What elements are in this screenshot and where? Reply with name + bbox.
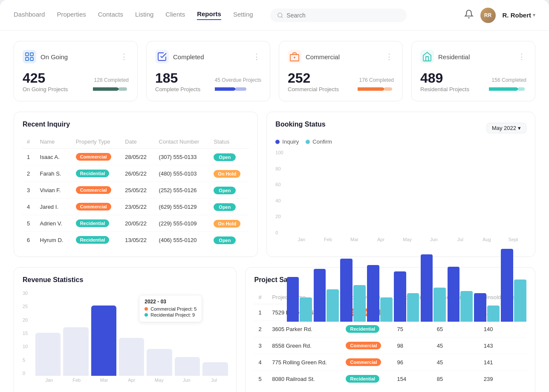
legend-dot	[306, 140, 310, 144]
top-navigation: DashboardPropertiesContactsListingClient…	[0, 0, 549, 31]
stat-title-completed: Completed	[155, 50, 204, 63]
table-row: 4 Jared I. Commercial 23/05/22 (629) 555…	[23, 199, 249, 215]
svg-rect-11	[384, 87, 392, 91]
sales-table-row: 4 775 Rolling Green Rd. Commercial 96 45…	[254, 354, 526, 371]
booking-bar-group-1	[314, 269, 339, 322]
revenue-bar-2	[91, 306, 116, 376]
avatar: RR	[480, 8, 496, 23]
revenue-bar-6	[202, 362, 228, 376]
nav-item-clients[interactable]: Clients	[165, 11, 185, 20]
booking-bar-group-3	[367, 265, 393, 322]
revenue-bar-1	[63, 327, 88, 376]
stat-card-completed: Completed ⋮ 185 Complete Projects 45 Ove…	[146, 41, 270, 101]
user-menu[interactable]: R. Robert ▾	[503, 12, 536, 19]
revenue-statistics-card: Revenue Statistics 2022 - 03Commercial P…	[14, 267, 237, 392]
booking-bar-group-0	[287, 277, 312, 322]
progress-bar-completed	[215, 86, 261, 92]
month-selector[interactable]: May 2022 ▾	[486, 123, 526, 133]
table-row: 6 Hyrum D. Recidential 13/05/22 (406) 55…	[23, 232, 249, 248]
notification-bell[interactable]	[464, 9, 474, 21]
progress-bar-ongoing	[93, 86, 129, 92]
booking-chart-area	[287, 150, 526, 235]
search-icon	[277, 12, 283, 19]
svg-rect-6	[118, 87, 127, 91]
booking-bar-group-4	[394, 271, 419, 322]
booking-bar-group-6	[448, 267, 473, 322]
recent-inquiry-card: Recent Inquiry #NameProperty TypeDateCon…	[14, 112, 258, 257]
progress-bar-residential	[489, 86, 526, 92]
stat-number-commercial: 252	[288, 70, 339, 86]
svg-rect-2	[26, 53, 29, 56]
nav-item-listing[interactable]: Listing	[135, 11, 153, 20]
booking-legend: InquiryConfirm	[275, 138, 526, 145]
svg-rect-7	[235, 87, 246, 91]
inquiry-table: #NameProperty TypeDateContact NumberStat…	[23, 135, 249, 248]
stat-icon-residential	[420, 50, 434, 63]
nav-item-reports[interactable]: Reports	[197, 10, 221, 20]
svg-rect-4	[30, 58, 33, 61]
revenue-tooltip: 2022 - 03Commercial Project: 5Recidentia…	[139, 295, 202, 322]
booking-bar-group-5	[421, 254, 446, 322]
stat-icon-commercial	[288, 50, 301, 63]
more-options-commercial[interactable]: ⋮	[385, 52, 394, 61]
progress-bar-commercial	[358, 86, 394, 92]
dropdown-chevron: ▾	[518, 125, 521, 131]
table-row: 3 Vivian F. Commercial 25/05/22 (252) 55…	[23, 182, 249, 199]
revenue-bar-5	[175, 357, 200, 376]
booking-status-title: Booking Status	[275, 121, 325, 128]
table-row: 2 Farah S. Recidential 26/05/22 (480) 55…	[23, 165, 249, 182]
y-axis: 020406080100	[275, 150, 286, 235]
table-row: 5 Adrien V. Recidential 20/05/22 (229) 5…	[23, 215, 249, 232]
table-row: 1 Isaac A. Commercial 28/05/22 (307) 555…	[23, 149, 249, 165]
search-input[interactable]	[286, 12, 399, 19]
stat-number-ongoing: 425	[23, 70, 68, 86]
stat-card-ongoing: On Going ⋮ 425 On Going Projects 128 Com…	[14, 41, 138, 101]
booking-bar-group-2	[340, 259, 366, 322]
stat-number-completed: 185	[155, 70, 200, 86]
nav-item-contacts[interactable]: Contacts	[98, 11, 123, 20]
recent-inquiry-title: Recent Inquiry	[23, 121, 249, 128]
svg-line-1	[281, 16, 283, 17]
booking-status-card: Booking Status May 2022 ▾ InquiryConfirm…	[266, 112, 535, 257]
sales-table-row: 5 8080 Railroad St. Recidential 154 85 2…	[254, 371, 526, 387]
more-options-completed[interactable]: ⋮	[253, 52, 261, 61]
chevron-down-icon: ▾	[533, 12, 535, 18]
svg-rect-5	[26, 58, 29, 61]
stat-icon-completed	[155, 50, 169, 63]
stat-card-commercial: Commercial ⋮ 252 Commercial Projects 176…	[279, 41, 403, 101]
more-options-residential[interactable]: ⋮	[518, 52, 526, 61]
stat-icon-ongoing	[23, 50, 36, 63]
sales-table-row: 2 3605 Parker Rd. Recidential 75 65 140	[254, 321, 526, 337]
more-options-ongoing[interactable]: ⋮	[120, 52, 129, 61]
svg-rect-3	[30, 53, 33, 56]
svg-point-0	[277, 13, 282, 17]
booking-bar-group-8	[501, 249, 526, 322]
sales-table-row: 3 8558 Green Rd. Commercial 98 45 143	[254, 337, 526, 354]
revenue-bar-4	[147, 349, 172, 376]
svg-rect-12	[518, 87, 525, 91]
nav-item-dashboard[interactable]: Dashboard	[14, 11, 45, 20]
revenue-bar-0	[35, 333, 61, 376]
stat-title-residential: Residential	[420, 50, 470, 63]
booking-bar-group-7	[474, 293, 500, 322]
stat-title-commercial: Commercial	[288, 50, 340, 63]
stat-title-ongoing: On Going	[23, 50, 68, 63]
revenue-bar-3	[119, 338, 144, 376]
search-bar[interactable]	[270, 9, 407, 22]
revenue-title: Revenue Statistics	[23, 276, 228, 284]
nav-right: RR R. Robert ▾	[464, 8, 536, 23]
legend-dot	[275, 140, 280, 144]
nav-item-setting[interactable]: Setting	[233, 11, 253, 20]
stat-number-residential: 489	[420, 70, 469, 86]
stat-cards: On Going ⋮ 425 On Going Projects 128 Com…	[14, 41, 535, 101]
nav-item-properties[interactable]: Properties	[57, 11, 86, 20]
revenue-chart-area: 2022 - 03Commercial Project: 5Recidentia…	[23, 291, 228, 392]
stat-card-residential: Residential ⋮ 489 Residential Projects 1…	[411, 41, 535, 101]
